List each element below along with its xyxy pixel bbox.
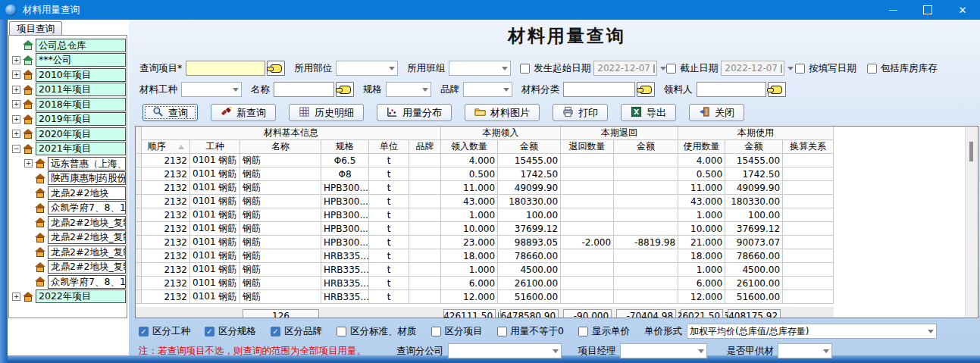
- table-row[interactable]: 21320101 钢筋钢筋HPB300...t10.00037699.1210.…: [136, 222, 834, 236]
- column-header[interactable]: 名称: [240, 140, 321, 154]
- column-header[interactable]: 换算关系: [783, 140, 834, 154]
- 区分品牌-checkbox[interactable]: ✓: [271, 327, 280, 336]
- column-header[interactable]: 金额: [614, 140, 678, 154]
- row-selector[interactable]: [136, 167, 142, 181]
- start-date-picker[interactable]: 2022-12-07: [593, 61, 657, 76]
- history-detail-button[interactable]: 历史明细: [289, 104, 364, 121]
- column-header[interactable]: 单位: [369, 140, 409, 154]
- 区分标准、材质-checkbox[interactable]: [337, 327, 346, 336]
- table-row[interactable]: 21320101 钢筋钢筋HRB335...t12.00051600.0012.…: [136, 290, 834, 304]
- column-header[interactable]: 金额: [498, 140, 561, 154]
- branch-select[interactable]: [448, 343, 562, 358]
- category-input[interactable]: [563, 82, 635, 97]
- column-header[interactable]: 领入数量: [441, 140, 498, 154]
- tree-item[interactable]: 公司总仓库: [9, 38, 127, 53]
- row-selector[interactable]: [136, 208, 142, 222]
- row-selector[interactable]: [136, 236, 142, 249]
- row-selector[interactable]: [136, 181, 142, 195]
- tree-item[interactable]: +2022年项目: [9, 289, 127, 305]
- name-picker-button[interactable]: [336, 82, 354, 97]
- collapse-minus-icon[interactable]: −: [12, 145, 20, 153]
- tree-item[interactable]: 陕西康惠制药股份: [9, 171, 127, 186]
- expand-plus-icon[interactable]: +: [12, 115, 20, 124]
- column-header[interactable]: 规格: [321, 140, 369, 154]
- spec-select[interactable]: [386, 82, 431, 97]
- expand-plus-icon[interactable]: +: [12, 293, 20, 301]
- brand-select[interactable]: [463, 82, 512, 97]
- tree-item[interactable]: 龙鼎2#2地块_复制: [9, 230, 127, 246]
- tree-item[interactable]: +2019年项目: [9, 112, 127, 127]
- table-row[interactable]: 21320101 钢筋钢筋HPB300...t43.000180330.0043…: [136, 195, 834, 208]
- 区分项目-checkbox[interactable]: [431, 327, 441, 336]
- expand-plus-icon[interactable]: +: [24, 159, 33, 167]
- table-row[interactable]: 21320101 钢筋钢筋Φ8t0.5001742.500.5001742.50: [136, 167, 834, 181]
- end-date-picker[interactable]: 2022-12-07: [721, 61, 784, 76]
- row-selector[interactable]: [136, 290, 142, 304]
- tree-item[interactable]: +2011年项目: [9, 83, 127, 98]
- tree-item[interactable]: 众凯学府7、8、10: [9, 274, 127, 289]
- used-part-select[interactable]: [336, 61, 398, 76]
- 区分规格-checkbox[interactable]: ✓: [205, 327, 214, 336]
- query-button[interactable]: 查询: [142, 104, 198, 121]
- tree-item[interactable]: −2021年项目: [9, 142, 127, 157]
- start-date-checkbox[interactable]: [520, 64, 530, 74]
- column-header[interactable]: 金额: [725, 140, 783, 154]
- row-selector[interactable]: [136, 277, 142, 290]
- tree-item[interactable]: +2018年项目: [9, 97, 127, 112]
- row-selector[interactable]: [136, 222, 142, 236]
- maximize-button[interactable]: [910, 0, 945, 20]
- scrollbar-thumb[interactable]: [969, 142, 973, 161]
- table-row[interactable]: 21320101 钢筋钢筋Φ6.5t4.00015455.004.0001545…: [136, 154, 834, 167]
- print-button[interactable]: 打印: [553, 104, 608, 121]
- 区分工种-checkbox[interactable]: ✓: [139, 327, 149, 336]
- expand-plus-icon[interactable]: +: [12, 130, 20, 138]
- column-header[interactable]: 使用数量: [678, 140, 725, 154]
- picker-person-input[interactable]: [697, 82, 766, 97]
- tab-project-query[interactable]: 项目查询: [9, 21, 62, 36]
- usage-distribution-button[interactable]: 用量分布: [377, 104, 452, 121]
- owner-supply-select[interactable]: [778, 343, 832, 358]
- tree-item[interactable]: 龙鼎2#2地块: [9, 186, 127, 201]
- table-row[interactable]: 21320101 钢筋钢筋HPB300...t23.00098893.05-2.…: [136, 236, 834, 249]
- tree-item[interactable]: +2010年项目: [9, 67, 127, 83]
- expand-plus-icon[interactable]: +: [12, 56, 20, 64]
- close-button[interactable]: ✕: [945, 0, 980, 20]
- material-type-select[interactable]: [181, 82, 242, 97]
- row-selector[interactable]: [136, 263, 142, 277]
- tree-item[interactable]: 众凯学府7、8、10: [9, 201, 127, 216]
- table-row[interactable]: 21320101 钢筋钢筋HPB300...t1.000100.001.0001…: [136, 208, 834, 222]
- query-project-picker-button[interactable]: [267, 61, 285, 76]
- price-form-select[interactable]: 加权平均价(总库值/总库存量): [687, 324, 937, 339]
- column-header[interactable]: 顺序: [142, 140, 190, 154]
- tree-item[interactable]: 龙鼎2#2地块_复制: [9, 245, 127, 260]
- end-date-checkbox[interactable]: [666, 64, 676, 74]
- close-form-button[interactable]: 关闭: [689, 104, 744, 121]
- table-row[interactable]: 21320101 钢筋钢筋HRB335...t18.00078660.0018.…: [136, 249, 834, 263]
- vertical-scrollbar[interactable]: [965, 127, 978, 318]
- table-row[interactable]: 21320101 钢筋钢筋HPB300...t11.00049099.9011.…: [136, 181, 834, 195]
- by-fill-date-checkbox[interactable]: [795, 64, 805, 74]
- new-query-button[interactable]: 新查询: [211, 104, 276, 121]
- column-header[interactable]: 退回数量: [561, 140, 614, 154]
- category-picker-button[interactable]: [637, 82, 655, 97]
- used-team-select[interactable]: [449, 61, 511, 76]
- column-header[interactable]: 品牌: [409, 140, 441, 154]
- row-selector[interactable]: [136, 249, 142, 263]
- material-picture-button[interactable]: 材料图片: [465, 104, 540, 121]
- minimize-button[interactable]: [875, 0, 910, 20]
- row-selector[interactable]: [136, 154, 142, 167]
- picker-person-picker-button[interactable]: [768, 82, 786, 97]
- expand-plus-icon[interactable]: +: [12, 86, 20, 94]
- tree-item[interactable]: 龙鼎2#2地块_复制: [9, 215, 127, 230]
- expand-plus-icon[interactable]: +: [12, 70, 20, 79]
- tree-item[interactable]: +远东普惠（上海、: [9, 156, 127, 171]
- tree-item[interactable]: +2020年项目: [9, 127, 127, 142]
- 显示单价-checkbox[interactable]: [578, 327, 588, 336]
- tree-item[interactable]: +***公司: [9, 53, 127, 68]
- include-warehouse-checkbox[interactable]: [867, 64, 877, 74]
- expand-plus-icon[interactable]: +: [12, 100, 20, 108]
- row-selector[interactable]: [136, 195, 142, 208]
- column-header[interactable]: 工种: [190, 140, 240, 154]
- name-input[interactable]: [274, 82, 334, 97]
- export-button[interactable]: X导出: [621, 104, 676, 121]
